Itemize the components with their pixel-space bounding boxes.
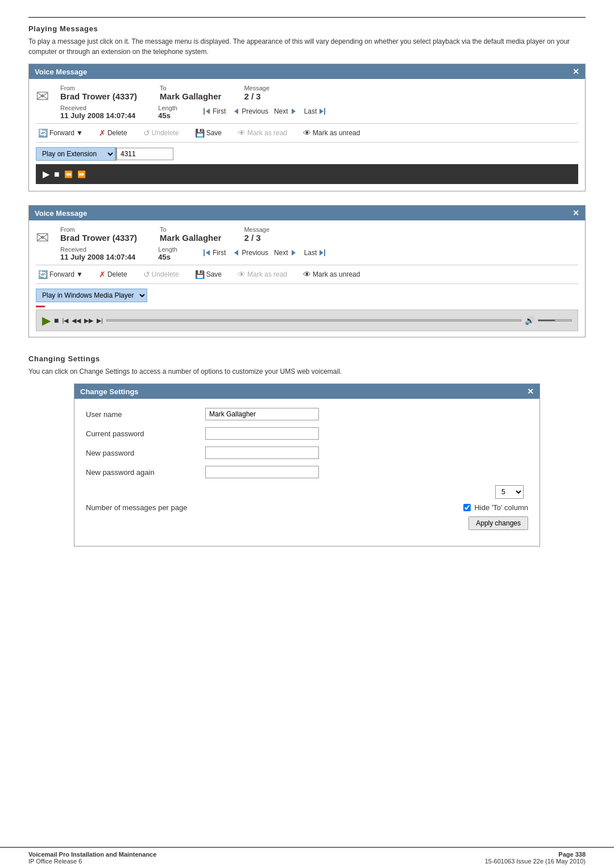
mark-unread-icon-2: 👁	[303, 270, 311, 279]
mark-read-label-2: Mark as read	[247, 270, 287, 278]
nav-first-btn-2[interactable]: First	[200, 247, 228, 258]
footer-left: Voicemail Pro Installation and Maintenan…	[28, 851, 156, 865]
undelete-btn-2[interactable]: ↺ Undelete	[141, 269, 181, 280]
delete-icon-2: ✗	[99, 270, 106, 279]
first-icon-2	[202, 248, 211, 257]
save-label-1: Save	[206, 129, 222, 137]
nav-prev-btn-1[interactable]: Previous	[229, 106, 271, 117]
mark-read-btn-2[interactable]: 👁 Mark as read	[235, 269, 289, 280]
wmp-next-btn[interactable]: ▶|	[97, 317, 103, 324]
apply-changes-btn[interactable]: Apply changes	[468, 516, 528, 530]
player-bar-1: ▶ ■ ⏪ ⏩	[36, 164, 578, 184]
svg-marker-3	[292, 108, 296, 114]
undelete-label-2: Undelete	[152, 270, 179, 278]
from-label-1: From	[60, 85, 137, 91]
wmp-play-btn[interactable]: ▶	[42, 314, 51, 327]
username-input[interactable]	[205, 408, 319, 420]
message-val-2: 2 / 3	[244, 233, 269, 243]
wmp-red-bar	[36, 306, 45, 307]
settings-body: User name Current password New password …	[74, 399, 540, 546]
nav-next-label-1: Next	[274, 107, 288, 115]
new-pw-label: New password	[86, 449, 200, 457]
msgs-per-page-row: Number of messages per page 5 10 20 Hide…	[86, 485, 528, 530]
current-pw-label: Current password	[86, 429, 200, 438]
wmp-player: ▶ ■ |◀ ◀◀ ▶▶ ▶| 🔊	[36, 306, 578, 331]
hide-to-row: Hide 'To' column	[463, 503, 528, 512]
mark-read-btn-1[interactable]: 👁 Mark as read	[235, 127, 289, 139]
nav-next-btn-2[interactable]: Next	[272, 247, 301, 258]
nav-last-btn-2[interactable]: Last	[302, 247, 330, 258]
wmp-fwd-btn[interactable]: ▶▶	[84, 317, 93, 324]
dialog-close-2[interactable]: ✕	[572, 208, 579, 218]
new-pw-again-input[interactable]	[205, 466, 319, 478]
msg-to-col-1: To Mark Gallagher	[160, 85, 221, 101]
forward-btn-2[interactable]: 🔄 Forward ▼	[36, 269, 85, 280]
nav-prev-label-1: Previous	[242, 107, 268, 115]
svg-marker-4	[320, 108, 323, 114]
ext-input-1[interactable]	[117, 148, 173, 160]
playing-messages-title: Playing Messages	[28, 24, 586, 33]
current-pw-row: Current password	[86, 427, 528, 440]
undelete-btn-1[interactable]: ↺ Undelete	[141, 127, 181, 139]
message-val-1: 2 / 3	[244, 91, 269, 101]
dialog-header-2: Voice Message ✕	[29, 206, 585, 220]
delete-btn-1[interactable]: ✗ Delete	[97, 127, 130, 139]
footer-right-line1: Page 338	[485, 851, 586, 858]
settings-title: Changing Settings	[28, 354, 586, 363]
new-pw-row: New password	[86, 446, 528, 459]
dialog-body-2: ✉ From Brad Trower (4337) To Mark Gallag…	[29, 220, 585, 337]
svg-rect-0	[204, 108, 205, 115]
nav-next-btn-1[interactable]: Next	[272, 106, 301, 117]
play-ext-select-1[interactable]: Play on Extension	[36, 147, 115, 161]
play-wmp-select[interactable]: Play in Windows Media Player	[36, 289, 147, 302]
wmp-prev-btn[interactable]: |◀	[62, 317, 68, 324]
settings-dialog-close[interactable]: ✕	[527, 387, 534, 396]
hide-to-checkbox[interactable]	[463, 504, 471, 511]
stop-btn-1[interactable]: ■	[54, 169, 60, 180]
nav-first-btn-1[interactable]: First	[200, 106, 228, 117]
mark-unread-btn-1[interactable]: 👁 Mark as unread	[301, 127, 362, 139]
forward-btn-1[interactable]: 🔄 Forward ▼	[36, 127, 85, 139]
delete-btn-2[interactable]: ✗ Delete	[97, 269, 130, 280]
settings-dialog-title: Change Settings	[80, 387, 139, 396]
msg-nav-2: First Previous Next Last	[200, 247, 329, 258]
nav-prev-btn-2[interactable]: Previous	[229, 247, 271, 258]
mark-unread-label-1: Mark as unread	[313, 129, 360, 137]
svg-marker-2	[234, 108, 238, 114]
forward-icon-1: 🔄	[38, 128, 48, 137]
undelete-label-1: Undelete	[152, 129, 179, 137]
wmp-stop-btn[interactable]: ■	[54, 316, 59, 325]
svg-marker-8	[234, 250, 238, 256]
wmp-rwd-btn[interactable]: ◀◀	[72, 317, 81, 324]
msg-message-col-1: Message 2 / 3	[244, 85, 269, 101]
current-pw-input[interactable]	[205, 427, 319, 440]
mark-unread-btn-2[interactable]: 👁 Mark as unread	[301, 269, 362, 280]
username-row: User name	[86, 408, 528, 420]
save-btn-2[interactable]: 💾 Save	[193, 269, 224, 280]
rewind-btn-1[interactable]: ⏪	[64, 170, 73, 178]
svg-rect-6	[204, 249, 205, 256]
wmp-vol-bar[interactable]	[538, 319, 572, 322]
voice-message-dialog-2: Voice Message ✕ ✉ From Brad Trower (4337…	[28, 205, 586, 337]
msgs-per-page-select[interactable]: 5 10 20	[495, 485, 524, 499]
msg-from-col-1: From Brad Trower (4337)	[60, 85, 137, 101]
play-wmp-row: Play in Windows Media Player	[36, 289, 578, 302]
undelete-icon-2: ↺	[143, 270, 150, 279]
message-icon-1: ✉	[36, 87, 49, 106]
new-pw-input[interactable]	[205, 446, 319, 459]
received-val-1: 11 July 2008 14:07:44	[60, 111, 135, 120]
nav-last-label-2: Last	[304, 249, 317, 257]
from-label-2: From	[60, 226, 137, 233]
forward-label-1: Forward	[49, 129, 74, 137]
from-val-1: Brad Trower (4337)	[60, 91, 137, 101]
username-label: User name	[86, 410, 200, 419]
nav-last-btn-1[interactable]: Last	[302, 106, 330, 117]
voice-message-dialog-1: Voice Message ✕ ✉ From Brad Trower (4337…	[28, 64, 586, 191]
nav-last-label-1: Last	[304, 107, 317, 115]
dialog-body-1: ✉ From Brad Trower (4337) To Mark Gallag…	[29, 79, 585, 191]
from-val-2: Brad Trower (4337)	[60, 233, 137, 243]
dialog-close-1[interactable]: ✕	[572, 67, 579, 76]
save-btn-1[interactable]: 💾 Save	[193, 127, 224, 139]
ffwd-btn-1[interactable]: ⏩	[77, 170, 86, 178]
play-btn-1[interactable]: ▶	[43, 169, 49, 180]
